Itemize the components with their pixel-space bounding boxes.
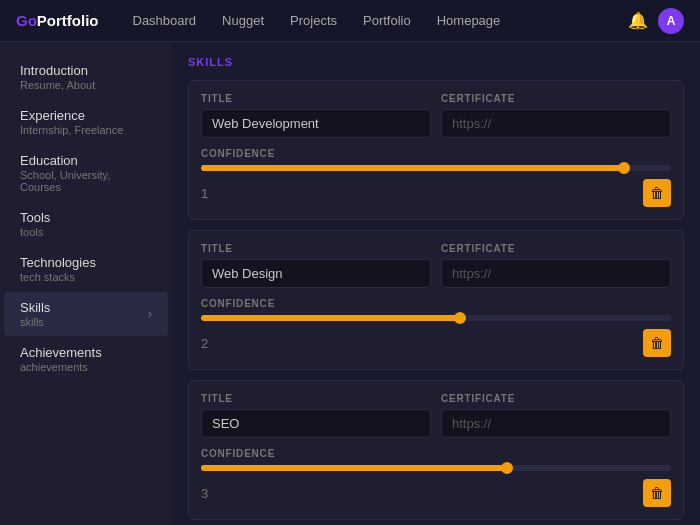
avatar: A xyxy=(658,8,684,34)
card-bottom-2: 2 🗑 xyxy=(201,329,671,357)
sidebar-sub-tools: tools xyxy=(20,226,50,238)
brand-prefix: Go xyxy=(16,12,37,29)
sidebar-sub-technologies: tech stacks xyxy=(20,271,96,283)
sidebar-sub-introduction: Resume, About xyxy=(20,79,95,91)
chevron-right-icon: › xyxy=(148,307,152,321)
navbar: GoPortfolio Dashboard Nugget Projects Po… xyxy=(0,0,700,42)
sidebar: Introduction Resume, About Experience In… xyxy=(0,42,172,525)
cert-group-2: CERTIFICATE xyxy=(441,243,671,288)
navbar-right: 🔔 A xyxy=(628,8,684,34)
title-input-1[interactable] xyxy=(201,109,431,138)
title-label-2: TITLE xyxy=(201,243,431,254)
section-title: SKILLS xyxy=(188,56,684,68)
slider-track-2 xyxy=(201,315,671,321)
sidebar-title-achievements: Achievements xyxy=(20,345,102,360)
sidebar-sub-experience: Internship, Freelance xyxy=(20,124,123,136)
confidence-slider-1[interactable] xyxy=(201,165,671,171)
sidebar-title-technologies: Technologies xyxy=(20,255,96,270)
title-group-1: TITLE xyxy=(201,93,431,138)
slider-thumb-3[interactable] xyxy=(501,462,513,474)
cert-label-3: CERTIFICATE xyxy=(441,393,671,404)
title-group-2: TITLE xyxy=(201,243,431,288)
cert-input-3[interactable] xyxy=(441,409,671,438)
sidebar-title-education: Education xyxy=(20,153,152,168)
title-label-1: TITLE xyxy=(201,93,431,104)
main-layout: Introduction Resume, About Experience In… xyxy=(0,42,700,525)
card-number-2: 2 xyxy=(201,336,208,351)
cert-label-2: CERTIFICATE xyxy=(441,243,671,254)
brand: GoPortfolio xyxy=(16,12,99,29)
confidence-label-2: CONFIDENCE xyxy=(201,298,671,309)
sidebar-title-experience: Experience xyxy=(20,108,123,123)
slider-fill-1 xyxy=(201,165,624,171)
card-number-3: 3 xyxy=(201,486,208,501)
card-number-1: 1 xyxy=(201,186,208,201)
cert-input-1[interactable] xyxy=(441,109,671,138)
skill-card-2: TITLE CERTIFICATE CONFIDENCE 2 🗑 xyxy=(188,230,684,370)
sidebar-sub-education: School, University, Courses xyxy=(20,169,152,193)
sidebar-sub-skills: skills xyxy=(20,316,50,328)
confidence-label-3: CONFIDENCE xyxy=(201,448,671,459)
cert-group-3: CERTIFICATE xyxy=(441,393,671,438)
sidebar-item-achievements[interactable]: Achievements achievements xyxy=(4,337,168,381)
skill-card-3: TITLE CERTIFICATE CONFIDENCE 3 🗑 xyxy=(188,380,684,520)
title-label-3: TITLE xyxy=(201,393,431,404)
sidebar-item-tools[interactable]: Tools tools xyxy=(4,202,168,246)
title-group-3: TITLE xyxy=(201,393,431,438)
sidebar-item-education[interactable]: Education School, University, Courses xyxy=(4,145,168,201)
sidebar-item-skills[interactable]: Skills skills › xyxy=(4,292,168,336)
card-fields-row-2: TITLE CERTIFICATE xyxy=(201,243,671,288)
card-fields-row-3: TITLE CERTIFICATE xyxy=(201,393,671,438)
slider-fill-3 xyxy=(201,465,507,471)
slider-thumb-1[interactable] xyxy=(618,162,630,174)
sidebar-title-tools: Tools xyxy=(20,210,50,225)
sidebar-title-skills: Skills xyxy=(20,300,50,315)
nav-nugget[interactable]: Nugget xyxy=(212,9,274,32)
cert-label-1: CERTIFICATE xyxy=(441,93,671,104)
skills-content: SKILLS TITLE CERTIFICATE CONFIDENCE xyxy=(172,42,700,525)
cert-input-2[interactable] xyxy=(441,259,671,288)
nav-homepage[interactable]: Homepage xyxy=(427,9,511,32)
delete-button-3[interactable]: 🗑 xyxy=(643,479,671,507)
slider-track-1 xyxy=(201,165,671,171)
sidebar-item-technologies[interactable]: Technologies tech stacks xyxy=(4,247,168,291)
bell-icon[interactable]: 🔔 xyxy=(628,11,648,30)
card-fields-row-1: TITLE CERTIFICATE xyxy=(201,93,671,138)
delete-button-2[interactable]: 🗑 xyxy=(643,329,671,357)
card-bottom-1: 1 🗑 xyxy=(201,179,671,207)
slider-fill-2 xyxy=(201,315,460,321)
nav-links: Dashboard Nugget Projects Portfolio Home… xyxy=(123,9,629,32)
card-bottom-3: 3 🗑 xyxy=(201,479,671,507)
title-input-3[interactable] xyxy=(201,409,431,438)
sidebar-title-introduction: Introduction xyxy=(20,63,95,78)
sidebar-sub-achievements: achievements xyxy=(20,361,102,373)
sidebar-item-experience[interactable]: Experience Internship, Freelance xyxy=(4,100,168,144)
slider-track-3 xyxy=(201,465,671,471)
brand-suffix: Portfolio xyxy=(37,12,99,29)
title-input-2[interactable] xyxy=(201,259,431,288)
delete-button-1[interactable]: 🗑 xyxy=(643,179,671,207)
skill-card-1: TITLE CERTIFICATE CONFIDENCE 1 🗑 xyxy=(188,80,684,220)
confidence-slider-3[interactable] xyxy=(201,465,671,471)
sidebar-item-introduction[interactable]: Introduction Resume, About xyxy=(4,55,168,99)
slider-thumb-2[interactable] xyxy=(454,312,466,324)
nav-dashboard[interactable]: Dashboard xyxy=(123,9,207,32)
nav-projects[interactable]: Projects xyxy=(280,9,347,32)
nav-portfolio[interactable]: Portfolio xyxy=(353,9,421,32)
cert-group-1: CERTIFICATE xyxy=(441,93,671,138)
confidence-slider-2[interactable] xyxy=(201,315,671,321)
confidence-label-1: CONFIDENCE xyxy=(201,148,671,159)
